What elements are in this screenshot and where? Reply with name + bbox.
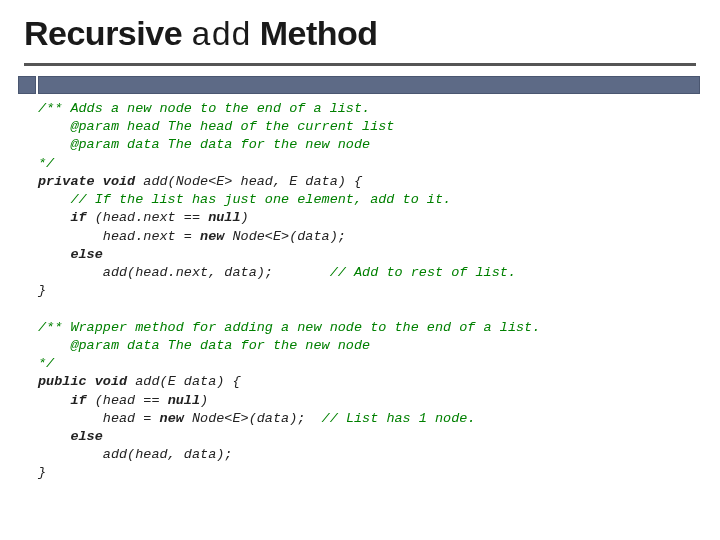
comment-line: @param data The data for the new node — [38, 338, 370, 353]
comment-line: // If the list has just one element, add… — [38, 192, 451, 207]
title-word2: Method — [251, 14, 378, 52]
keyword: null — [208, 210, 240, 225]
keyword: public void — [38, 374, 127, 389]
comment-inline: // Add to rest of list. — [330, 265, 516, 280]
keyword: if — [38, 393, 87, 408]
comment-line: /** Wrapper method for adding a new node… — [38, 320, 540, 335]
comment-line: */ — [38, 156, 54, 171]
code-text: add(head, data); — [38, 447, 232, 462]
slide-title: Recursive add Method — [0, 0, 720, 63]
code-text: } — [38, 465, 46, 480]
code-text: ) — [241, 210, 249, 225]
code-text: (head.next == — [87, 210, 209, 225]
code-text: head.next = — [38, 229, 200, 244]
keyword: null — [168, 393, 200, 408]
code-text: (head == — [87, 393, 168, 408]
comment-line: */ — [38, 356, 54, 371]
comment-inline: // List has 1 node. — [322, 411, 476, 426]
code-text: ) — [200, 393, 208, 408]
title-word1: Recursive — [24, 14, 191, 52]
code-text: add(head.next, data); — [38, 265, 273, 280]
code-gap — [273, 265, 330, 280]
comment-line: @param head The head of the current list — [38, 119, 394, 134]
accent-square — [18, 76, 36, 94]
keyword: private void — [38, 174, 135, 189]
code-text: head = — [38, 411, 160, 426]
comment-line: @param data The data for the new node — [38, 137, 370, 152]
code-text: add(E data) { — [127, 374, 240, 389]
code-text: Node<E>(data); — [224, 229, 346, 244]
accent-bar-row — [18, 76, 700, 94]
keyword: if — [38, 210, 87, 225]
code-text: Node<E>(data); — [184, 411, 322, 426]
code-text: add(Node<E> head, E data) { — [135, 174, 362, 189]
keyword: else — [38, 429, 103, 444]
code-text: } — [38, 283, 46, 298]
title-mono: add — [191, 17, 251, 55]
title-underline — [24, 63, 696, 66]
keyword: else — [38, 247, 103, 262]
comment-line: /** Adds a new node to the end of a list… — [38, 101, 370, 116]
code-block: /** Adds a new node to the end of a list… — [0, 94, 720, 493]
keyword: new — [200, 229, 224, 244]
keyword: new — [160, 411, 184, 426]
accent-bar — [38, 76, 700, 94]
